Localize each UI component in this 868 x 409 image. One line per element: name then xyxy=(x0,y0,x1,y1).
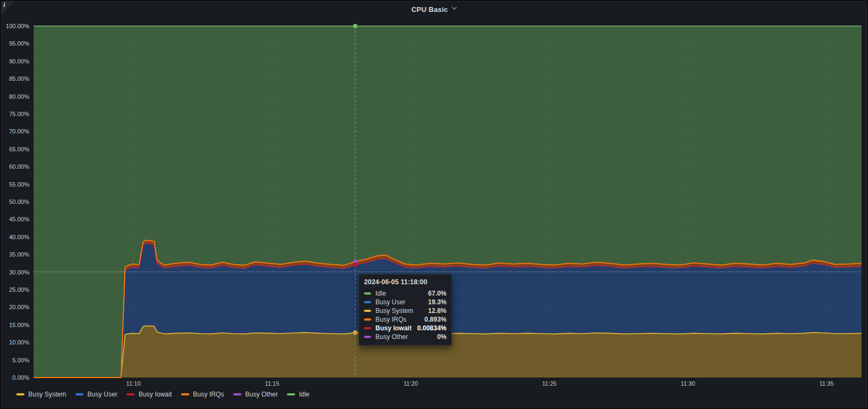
y-axis-tick-label: 65.00% xyxy=(9,146,30,152)
x-axis-tick-label: 11:35 xyxy=(819,380,834,387)
legend-label: Busy Iowait xyxy=(138,391,171,398)
panel-header[interactable]: CPU Basic xyxy=(0,0,868,18)
tooltip-row-busy-other: Busy Other0% xyxy=(364,333,446,341)
legend-label: Busy User xyxy=(87,391,117,398)
series-swatch-icon xyxy=(364,336,371,338)
panel-title[interactable]: CPU Basic xyxy=(411,5,448,14)
tooltip-series-value: 0.00834% xyxy=(412,324,446,332)
y-axis-tick-label: 55.00% xyxy=(9,181,30,188)
tooltip-series-value: 0% xyxy=(432,333,446,341)
y-axis-tick-label: 35.00% xyxy=(9,251,30,258)
y-axis-tick-label: 10.00% xyxy=(9,339,30,346)
hover-point-busy-system xyxy=(353,330,358,335)
tooltip-series-value: 0.893% xyxy=(419,316,446,323)
x-axis-tick-label: 11:10 xyxy=(126,380,141,387)
legend-item-busy-user[interactable]: Busy User xyxy=(75,391,117,398)
tooltip-series-label: Idle xyxy=(375,290,386,297)
y-axis-tick-label: 50.00% xyxy=(9,199,30,205)
y-axis-tick-label: 15.00% xyxy=(9,322,30,328)
legend-swatch-icon xyxy=(16,393,24,395)
legend-item-busy-irqs[interactable]: Busy IRQs xyxy=(181,391,224,398)
legend-swatch-icon xyxy=(126,393,135,395)
x-axis-tick-label: 11:30 xyxy=(681,380,695,387)
tooltip-series-value: 19.3% xyxy=(423,298,446,306)
cpu-basic-chart[interactable]: 0.00%5.00%10.00%15.00%20.00%25.00%30.00%… xyxy=(0,0,868,409)
y-axis-tick-label: 85.00% xyxy=(9,75,30,82)
legend-item-busy-system[interactable]: Busy System xyxy=(16,391,66,398)
tooltip-row-busy-irqs: Busy IRQs0.893% xyxy=(364,315,446,324)
y-axis-tick-label: 100.00% xyxy=(6,23,30,29)
tooltip-row-busy-system: Busy System12.8% xyxy=(364,306,446,315)
series-swatch-icon xyxy=(364,318,371,321)
series-swatch-icon xyxy=(364,301,371,303)
legend-swatch-icon xyxy=(75,393,84,395)
legend-label: Busy Other xyxy=(245,391,278,398)
tooltip-series-label: Busy System xyxy=(375,307,413,315)
tooltip-timestamp: 2024-06-05 11:18:00 xyxy=(364,278,446,286)
tooltip-row-busy-user: Busy User19.3% xyxy=(364,298,446,306)
legend-swatch-icon xyxy=(181,393,189,395)
y-axis-tick-label: 5.00% xyxy=(12,357,29,363)
y-axis-tick-label: 80.00% xyxy=(9,93,30,100)
y-axis-tick-label: 40.00% xyxy=(9,234,30,240)
legend-label: Busy IRQs xyxy=(193,391,224,398)
legend-swatch-icon xyxy=(287,393,295,395)
tooltip-series-label: Busy User xyxy=(375,298,405,306)
tooltip-series-label: Busy Iowait xyxy=(375,324,412,332)
y-axis-tick-label: 95.00% xyxy=(9,40,30,47)
legend-item-busy-other[interactable]: Busy Other xyxy=(233,391,278,398)
y-axis-tick-label: 90.00% xyxy=(9,58,30,65)
tooltip-series-label: Busy IRQs xyxy=(375,316,406,323)
chevron-down-icon[interactable] xyxy=(452,6,457,11)
x-axis-tick-label: 11:25 xyxy=(542,380,557,387)
legend-swatch-icon xyxy=(233,393,241,395)
tooltip-series-value: 12.8% xyxy=(423,307,446,315)
tooltip-series-value: 67.0% xyxy=(423,290,446,297)
hover-tooltip: 2024-06-05 11:18:00 Idle67.0%Busy User19… xyxy=(359,274,452,346)
legend-label: Busy System xyxy=(28,391,66,398)
series-swatch-icon xyxy=(364,310,371,312)
tooltip-series-label: Busy Other xyxy=(375,333,408,341)
legend-label: Idle xyxy=(299,391,309,398)
y-axis-tick-label: 30.00% xyxy=(9,269,30,276)
x-axis-tick-label: 11:20 xyxy=(404,380,418,387)
chart-legend: Busy SystemBusy UserBusy IowaitBusy IRQs… xyxy=(16,388,310,400)
y-axis-tick-label: 0.00% xyxy=(12,374,29,381)
hover-point-busy-iowait xyxy=(353,263,358,267)
y-axis-tick-label: 70.00% xyxy=(9,128,30,135)
y-axis-tick-label: 45.00% xyxy=(9,216,30,222)
x-axis-tick-label: 11:15 xyxy=(265,380,279,387)
series-swatch-icon xyxy=(364,292,371,295)
y-axis-tick-label: 20.00% xyxy=(9,304,30,310)
legend-item-idle[interactable]: Idle xyxy=(287,391,309,398)
tooltip-row-idle: Idle67.0% xyxy=(364,289,446,298)
y-axis-tick-label: 60.00% xyxy=(9,163,30,170)
y-axis-tick-label: 75.00% xyxy=(9,111,30,117)
y-axis-tick-label: 25.00% xyxy=(9,286,30,293)
hover-point-idle xyxy=(353,24,358,28)
tooltip-row-busy-iowait: Busy Iowait0.00834% xyxy=(364,324,446,333)
series-swatch-icon xyxy=(364,327,371,329)
legend-item-busy-iowait[interactable]: Busy Iowait xyxy=(126,391,171,398)
